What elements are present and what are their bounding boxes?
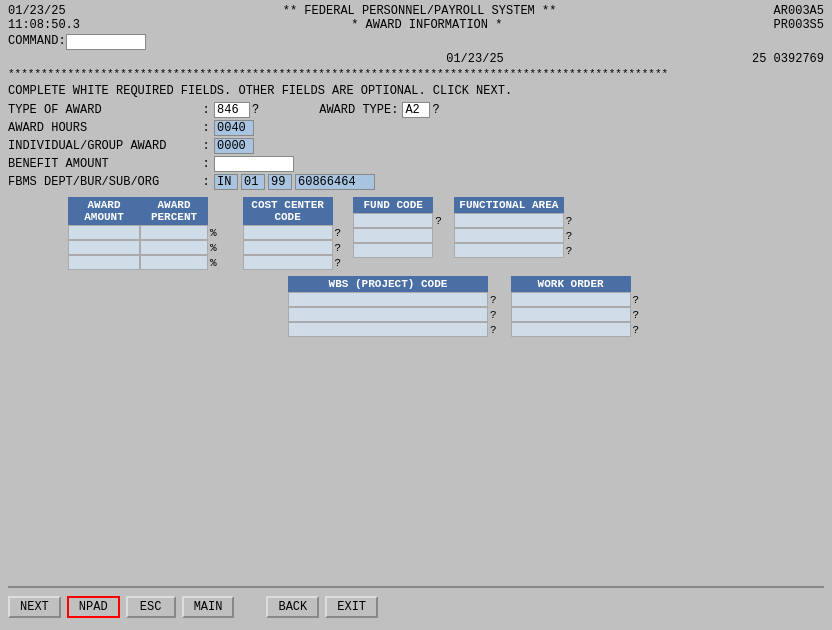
cc-q2: ?	[335, 242, 342, 254]
cc-q1: ?	[335, 227, 342, 239]
award-hours-input[interactable]	[214, 120, 254, 136]
npad-button[interactable]: NPAD	[67, 596, 120, 618]
functional-area-table: FUNCTIONAL AREA ? ? ?	[454, 197, 573, 258]
fund-code-table: FUND CODE ?	[353, 197, 442, 258]
wbs-q3: ?	[490, 324, 497, 336]
pct-3: %	[210, 257, 217, 269]
instruction: COMPLETE WHITE REQUIRED FIELDS. OTHER FI…	[8, 84, 824, 98]
command-label: COMMAND:	[8, 34, 66, 50]
cost-center-code-table: COST CENTERCODE ? ? ?	[243, 197, 342, 270]
award-percent-header: AWARDPERCENT	[140, 197, 208, 225]
type-of-award-q: ?	[252, 103, 259, 117]
wbs-project-code-header: WBS (PROJECT) CODE	[288, 276, 488, 292]
award-amount-percent-table: AWARDAMOUNT AWARDPERCENT % %	[68, 197, 217, 270]
fa-q3: ?	[566, 245, 573, 257]
header-date-center: 01/23/25	[198, 52, 752, 66]
exit-button[interactable]: EXIT	[325, 596, 378, 618]
wo-q3: ?	[633, 324, 640, 336]
fc-q1: ?	[435, 215, 442, 227]
divider: ****************************************…	[8, 68, 824, 80]
award-amount-header: AWARDAMOUNT	[68, 197, 140, 225]
date-left: 01/23/25	[8, 4, 66, 18]
functional-area-header: FUNCTIONAL AREA	[454, 197, 564, 213]
award-type-input[interactable]	[402, 102, 430, 118]
command-input[interactable]	[66, 34, 146, 50]
fbms-label: FBMS DEPT/BUR/SUB/ORG	[8, 175, 198, 189]
fa-q1: ?	[566, 215, 573, 227]
fbms-in-input[interactable]	[214, 174, 238, 190]
main-button[interactable]: MAIN	[182, 596, 235, 618]
individual-group-input[interactable]	[214, 138, 254, 154]
fbms-99-input[interactable]	[268, 174, 292, 190]
cost-center-code-header: COST CENTERCODE	[243, 197, 333, 225]
wbs-q2: ?	[490, 309, 497, 321]
time-left: 11:08:50.3	[8, 18, 80, 32]
fund-code-header: FUND CODE	[353, 197, 433, 213]
wbs-q1: ?	[490, 294, 497, 306]
benefit-amount-label: BENEFIT AMOUNT	[8, 157, 198, 171]
fbms-code-input[interactable]	[295, 174, 375, 190]
title-line1: ** FEDERAL PERSONNEL/PAYROLL SYSTEM **	[66, 4, 774, 18]
esc-button[interactable]: ESC	[126, 596, 176, 618]
award-hours-label: AWARD HOURS	[8, 121, 198, 135]
wo-q2: ?	[633, 309, 640, 321]
id-right1: AR003A5	[774, 4, 824, 18]
wbs-project-code-table: WBS (PROJECT) CODE ? ? ?	[288, 276, 497, 337]
type-of-award-label: TYPE OF AWARD	[8, 103, 198, 117]
award-type-label: AWARD TYPE:	[319, 103, 398, 117]
header-id-center: 25 0392769	[752, 52, 824, 66]
benefit-amount-input[interactable]	[214, 156, 294, 172]
individual-group-label: INDIVIDUAL/GROUP AWARD	[8, 139, 198, 153]
cc-q3: ?	[335, 257, 342, 269]
pct-1: %	[210, 227, 217, 239]
award-type-q: ?	[432, 103, 439, 117]
fa-q2: ?	[566, 230, 573, 242]
id-right2: PR003S5	[774, 18, 824, 32]
next-button[interactable]: NEXT	[8, 596, 61, 618]
back-button[interactable]: BACK	[266, 596, 319, 618]
wo-q1: ?	[633, 294, 640, 306]
title-line2: * AWARD INFORMATION *	[80, 18, 774, 32]
type-of-award-input[interactable]	[214, 102, 250, 118]
work-order-header: WORK ORDER	[511, 276, 631, 292]
pct-2: %	[210, 242, 217, 254]
fbms-01-input[interactable]	[241, 174, 265, 190]
work-order-table: WORK ORDER ? ? ?	[511, 276, 640, 337]
